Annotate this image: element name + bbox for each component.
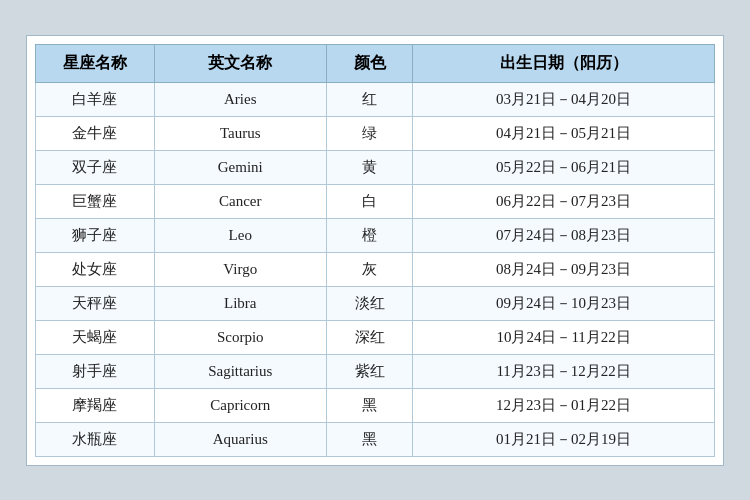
- zodiac-table-container: 星座名称 英文名称 颜色 出生日期（阳历） 白羊座Aries红03月21日－04…: [26, 35, 724, 466]
- table-row: 金牛座Taurus绿04月21日－05月21日: [36, 116, 715, 150]
- table-row: 水瓶座Aquarius黑01月21日－02月19日: [36, 422, 715, 456]
- cell-en: Sagittarius: [154, 354, 326, 388]
- cell-color: 橙: [326, 218, 412, 252]
- cell-en: Taurus: [154, 116, 326, 150]
- cell-date: 12月23日－01月22日: [413, 388, 715, 422]
- cell-date: 03月21日－04月20日: [413, 82, 715, 116]
- cell-en: Libra: [154, 286, 326, 320]
- cell-zh: 处女座: [36, 252, 155, 286]
- cell-zh: 射手座: [36, 354, 155, 388]
- table-row: 白羊座Aries红03月21日－04月20日: [36, 82, 715, 116]
- table-header-row: 星座名称 英文名称 颜色 出生日期（阳历）: [36, 44, 715, 82]
- cell-en: Scorpio: [154, 320, 326, 354]
- cell-color: 红: [326, 82, 412, 116]
- table-row: 狮子座Leo橙07月24日－08月23日: [36, 218, 715, 252]
- cell-color: 黑: [326, 422, 412, 456]
- cell-color: 黄: [326, 150, 412, 184]
- cell-color: 淡红: [326, 286, 412, 320]
- cell-zh: 天秤座: [36, 286, 155, 320]
- cell-color: 绿: [326, 116, 412, 150]
- cell-en: Leo: [154, 218, 326, 252]
- cell-zh: 狮子座: [36, 218, 155, 252]
- header-date: 出生日期（阳历）: [413, 44, 715, 82]
- table-row: 摩羯座Capricorn黑12月23日－01月22日: [36, 388, 715, 422]
- table-row: 射手座Sagittarius紫红11月23日－12月22日: [36, 354, 715, 388]
- cell-color: 灰: [326, 252, 412, 286]
- cell-date: 01月21日－02月19日: [413, 422, 715, 456]
- cell-en: Aries: [154, 82, 326, 116]
- cell-zh: 白羊座: [36, 82, 155, 116]
- cell-zh: 天蝎座: [36, 320, 155, 354]
- cell-color: 黑: [326, 388, 412, 422]
- header-en: 英文名称: [154, 44, 326, 82]
- table-row: 天蝎座Scorpio深红10月24日－11月22日: [36, 320, 715, 354]
- cell-en: Virgo: [154, 252, 326, 286]
- table-row: 巨蟹座Cancer白06月22日－07月23日: [36, 184, 715, 218]
- cell-zh: 水瓶座: [36, 422, 155, 456]
- header-color: 颜色: [326, 44, 412, 82]
- cell-date: 08月24日－09月23日: [413, 252, 715, 286]
- cell-zh: 双子座: [36, 150, 155, 184]
- cell-zh: 巨蟹座: [36, 184, 155, 218]
- table-row: 天秤座Libra淡红09月24日－10月23日: [36, 286, 715, 320]
- cell-date: 10月24日－11月22日: [413, 320, 715, 354]
- cell-color: 紫红: [326, 354, 412, 388]
- cell-date: 07月24日－08月23日: [413, 218, 715, 252]
- table-body: 白羊座Aries红03月21日－04月20日金牛座Taurus绿04月21日－0…: [36, 82, 715, 456]
- header-zh: 星座名称: [36, 44, 155, 82]
- cell-date: 06月22日－07月23日: [413, 184, 715, 218]
- cell-en: Aquarius: [154, 422, 326, 456]
- cell-date: 05月22日－06月21日: [413, 150, 715, 184]
- table-row: 双子座Gemini黄05月22日－06月21日: [36, 150, 715, 184]
- cell-color: 白: [326, 184, 412, 218]
- cell-zh: 摩羯座: [36, 388, 155, 422]
- cell-en: Capricorn: [154, 388, 326, 422]
- cell-date: 11月23日－12月22日: [413, 354, 715, 388]
- table-row: 处女座Virgo灰08月24日－09月23日: [36, 252, 715, 286]
- cell-color: 深红: [326, 320, 412, 354]
- zodiac-table: 星座名称 英文名称 颜色 出生日期（阳历） 白羊座Aries红03月21日－04…: [35, 44, 715, 457]
- cell-zh: 金牛座: [36, 116, 155, 150]
- cell-en: Cancer: [154, 184, 326, 218]
- cell-date: 09月24日－10月23日: [413, 286, 715, 320]
- cell-en: Gemini: [154, 150, 326, 184]
- cell-date: 04月21日－05月21日: [413, 116, 715, 150]
